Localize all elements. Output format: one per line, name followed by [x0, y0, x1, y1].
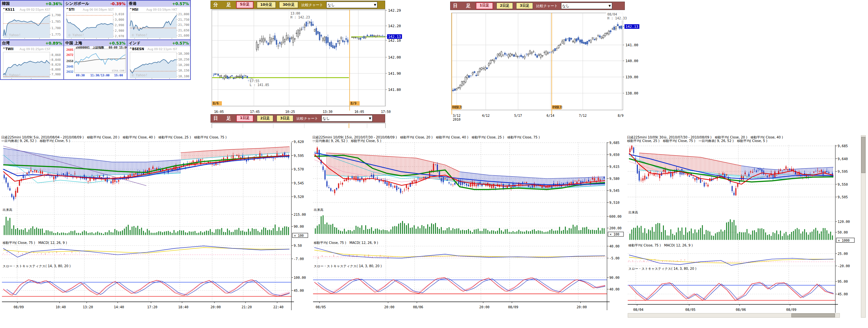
mini-chart-cell-BSESN[interactable]: インド+0.57%^BSESNAug 09 02:11pm IST18,3001… — [127, 40, 190, 79]
dropdown-value: なし — [323, 116, 330, 121]
ticker-symbol: ^BSESN — [129, 47, 144, 51]
index-name: インド — [129, 40, 141, 46]
compare-chart-label: 比較チャート — [536, 4, 558, 8]
mini-chart-cell-STI[interactable]: シンガポール-0.39%^STIAug 06 04:59pm SGT3,0103… — [64, 1, 127, 39]
time-axis-label: 17:20 — [147, 305, 157, 309]
y-axis-label: 21,700 — [178, 23, 189, 27]
annotation-time: 13:00 — [290, 12, 300, 15]
time-axis-label: 08/09 — [13, 305, 24, 309]
x-axis-label: 12pm — [21, 39, 28, 39]
y-axis-label: 2,980 — [115, 29, 124, 32]
macd-section-label: 移動平均( Close, 75 ) MACD( 12, 26, 9 ) — [3, 241, 67, 245]
tab-10分足[interactable]: 10分足 — [257, 2, 276, 8]
mini-chart-plot: 1,7901,7851,7801,77510am12pm2pm© Yahoo! — [1, 7, 63, 39]
time-axis-label: 08/06 — [413, 305, 423, 309]
mini-chart-header: インド+0.57% — [127, 40, 190, 46]
x-axis-label: 11:30/13:00 — [90, 74, 110, 77]
tab-3日足[interactable]: 3日足 — [516, 3, 533, 9]
time-axis-label: 13:20 — [83, 305, 93, 309]
y-axis-label: 21,600 — [178, 34, 189, 37]
time-axis-label: 16:05 — [214, 110, 224, 114]
mini-chart-plot: 3,0103,0002,9902,9802,97010am12pm2pm4pm©… — [64, 7, 127, 39]
mini-chart-plot: 21,80021,75021,70021,65021,60010am12pm2p… — [127, 7, 190, 39]
mini-chart-header: 中国 上海+0.53% — [64, 40, 127, 46]
x-axis-label: 2pm — [157, 39, 163, 39]
tab-2日足[interactable]: 2日足 — [257, 115, 274, 122]
annotation-price: H : 142.23 — [290, 16, 310, 19]
y-axis-label: 18,300 — [178, 52, 189, 55]
axis-value-label: 9,640 — [838, 157, 848, 161]
chart-type-title: 日 足 — [213, 116, 233, 121]
mini-chart-cell-TWII[interactable]: 台湾+0.89%^TWIIAug 09 01:25pm CST8,0608,04… — [1, 40, 63, 79]
mini-chart-cell-sh000001[interactable]: 中国 上海+0.53%sh000001上証指数08-09 15:00268526… — [64, 40, 127, 79]
axis-value-label: -5.00 — [609, 256, 620, 260]
dropdown-value: なし — [562, 4, 570, 8]
vertical-scrollbar[interactable] — [861, 135, 866, 318]
y-axis-label: 2,970 — [115, 34, 124, 38]
y-axis-label: 18,250 — [178, 58, 189, 61]
y-axis-label: 1,785 — [52, 20, 61, 23]
tab-30分足[interactable]: 30分足 — [279, 2, 298, 8]
time-axis-label: 20:00 — [577, 305, 587, 309]
quote-timestamp: Aug 09 03:59pm HKT — [147, 8, 178, 11]
price-axis-label: 142.20 — [388, 24, 401, 28]
time-axis-label: 17:50 — [381, 110, 391, 114]
time-axis-label: 08/05 — [316, 305, 326, 309]
axis-value-label: 45.00 — [838, 292, 848, 296]
time-axis-label: 16:05 — [354, 110, 364, 114]
tab-2日足[interactable]: 2日足 — [496, 3, 513, 9]
dropdown-value: なし — [328, 3, 335, 7]
axis-value-label: 9,570 — [293, 167, 304, 171]
x-axis-label: 15:00 — [114, 74, 123, 77]
y-axis-label: 2685 — [66, 48, 73, 52]
quote-timestamp: Aug 09 02:11pm IST — [148, 48, 177, 51]
volume-multiplier: × 100 — [294, 234, 304, 237]
time-axis-label: 20:00 — [384, 305, 395, 309]
mini-chart-cell-KS11[interactable]: 韓国+0.36%^KS11Aug 09 02:55pm KST1,7901,78… — [1, 1, 63, 39]
y-axis-label: 3,000 — [115, 18, 124, 21]
axis-value-label: 9,545 — [293, 181, 304, 185]
compare-chart-dropdown[interactable]: なし▼ — [561, 3, 612, 9]
tab-3日足[interactable]: 3日足 — [277, 115, 293, 122]
mini-chart-cell-HSI[interactable]: 香港+0.57%^HSIAug 09 03:59pm HKT21,80021,7… — [127, 1, 190, 39]
x-axis-label: 09:30 — [76, 74, 85, 77]
axis-value-label: -20.00 — [838, 264, 850, 268]
mini-chart-header: シンガポール-0.39% — [64, 1, 127, 7]
horizontal-scrollbar[interactable] — [628, 313, 840, 318]
price-axis-label: 141.00 — [625, 43, 639, 47]
axis-value-label: 9,615 — [609, 165, 620, 169]
compare-chart-dropdown[interactable]: なし▼ — [326, 2, 377, 8]
x-axis-label: 10am — [131, 39, 138, 39]
time-axis-label: 14:40 — [114, 305, 124, 309]
world-indices-panel: 韓国+0.36%^KS11Aug 09 02:55pm KST1,7901,78… — [0, 0, 191, 80]
time-axis-label: 20:00 — [479, 305, 490, 309]
y-axis-label: 2645 — [66, 65, 73, 68]
tab-5分足[interactable]: 5分足 — [236, 1, 253, 8]
price-axis-label: 141.80 — [388, 88, 401, 92]
axis-value-label: 9,685 — [838, 144, 848, 148]
x-axis-label: 12pm — [81, 39, 88, 39]
stochastics-section-label: スロー・ストキャスティクス( 14, 3, 80, 20 ) — [3, 264, 70, 268]
mini-chart-header: 台湾+0.89% — [1, 40, 63, 46]
x-axis-label: 10am — [5, 39, 13, 39]
y-axis-label: 7,980 — [52, 72, 61, 76]
time-axis-label: 10:25 — [285, 110, 295, 114]
compare-chart-dropdown[interactable]: なし▼ — [321, 115, 373, 122]
axis-value-label: 25.00 — [838, 252, 848, 256]
time-axis-label: 08/09 — [786, 308, 797, 311]
x-axis-label: 10am — [68, 39, 75, 39]
chart-type-title: 分 足 — [213, 2, 233, 8]
time-axis-label: 08/04 — [633, 308, 644, 311]
tab-1日足[interactable]: 1日足 — [236, 115, 253, 122]
volume-section-label: 出来高 — [314, 208, 323, 212]
vertical-scrollbar-thumb[interactable] — [861, 137, 865, 173]
index-change: +0.53% — [108, 41, 125, 46]
time-axis-label: 5/17 — [514, 114, 522, 117]
axis-value-label: 9,595 — [838, 170, 848, 173]
mini-chart-plot: 8,0608,0408,0208,0007,98010am12pm© Yahoo… — [1, 46, 63, 79]
horizontal-scrollbar-thumb[interactable] — [792, 314, 835, 317]
x-axis-label: 12pm — [28, 79, 35, 79]
tab-1日足[interactable]: 1日足 — [476, 2, 493, 9]
price-axis-label: 142.00 — [388, 55, 401, 60]
index-name: 台湾 — [2, 40, 10, 46]
